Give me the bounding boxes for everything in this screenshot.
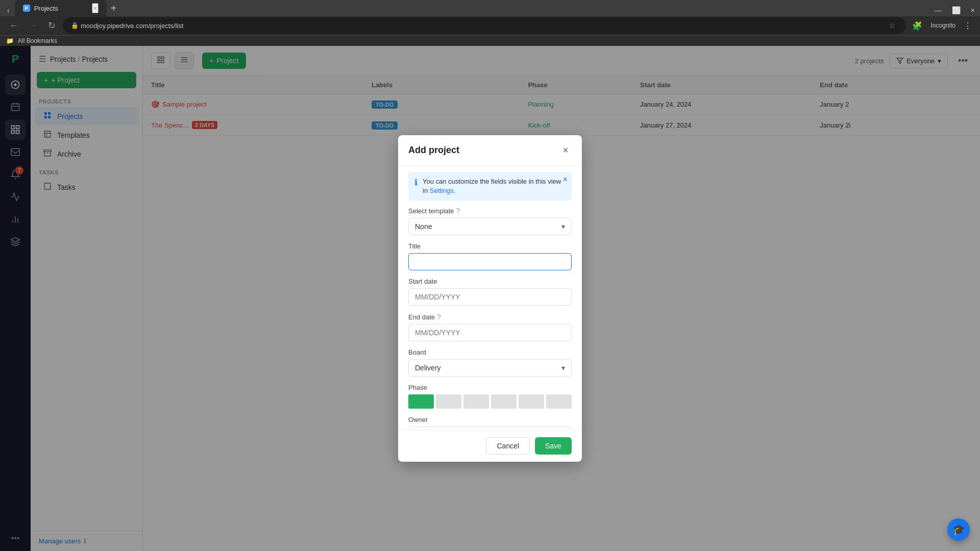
title-field: Title — [408, 242, 572, 270]
board-select[interactable]: Delivery ▾ — [408, 359, 572, 377]
info-banner-close-btn[interactable]: × — [563, 175, 568, 184]
modal-close-btn[interactable]: × — [559, 143, 572, 157]
bookmark-star-btn[interactable]: ☆ — [887, 20, 898, 31]
phase-step-1[interactable] — [408, 394, 434, 409]
tab-title: Projects — [34, 5, 58, 12]
add-project-modal: Add project × ℹ You can customize the fi… — [398, 135, 582, 462]
phase-bar — [408, 394, 572, 409]
back-btn[interactable]: ← — [6, 18, 21, 33]
bookmarks-bar: 📁 All Bookmarks — [0, 35, 980, 46]
end-date-input[interactable] — [408, 324, 572, 341]
browser-action-buttons: 🧩 Incognito ⋮ — [910, 19, 974, 33]
phase-step-2[interactable] — [436, 394, 461, 409]
phase-step-6[interactable] — [546, 394, 572, 409]
template-select-value: None — [415, 222, 432, 231]
url-bar[interactable]: 🔒 moodjoy.pipedrive.com/projects/list ☆ — [63, 17, 906, 34]
help-fab-button[interactable]: 🎓 — [947, 518, 970, 541]
phase-step-5[interactable] — [519, 394, 544, 409]
refresh-btn[interactable]: ↻ — [45, 18, 59, 33]
start-date-input[interactable] — [408, 288, 572, 306]
title-label: Title — [408, 242, 572, 250]
tab-favicon: P — [23, 5, 30, 12]
modal-overlay: Add project × ℹ You can customize the fi… — [0, 46, 980, 551]
end-date-label: End date ? — [408, 313, 572, 321]
template-select-arrow: ▾ — [561, 222, 565, 231]
bookmarks-label[interactable]: All Bookmarks — [18, 37, 57, 44]
new-tab-btn[interactable]: + — [107, 1, 121, 16]
start-date-label: Start date — [408, 278, 572, 285]
end-date-field: End date ? — [408, 313, 572, 341]
active-tab[interactable]: P Projects × — [15, 0, 107, 16]
info-text-after: . — [454, 187, 456, 194]
phase-step-3[interactable] — [463, 394, 489, 409]
modal-footer: Cancel Save — [398, 430, 582, 462]
cancel-button[interactable]: Cancel — [486, 437, 530, 455]
template-field: Select template ? None ▾ — [408, 207, 572, 235]
title-input[interactable] — [408, 253, 572, 270]
info-text: You can customize the fields visible in … — [423, 177, 566, 195]
settings-link[interactable]: Settings — [430, 187, 454, 194]
start-date-field: Start date — [408, 278, 572, 306]
end-date-help-icon[interactable]: ? — [437, 313, 441, 321]
forward-btn[interactable]: → — [26, 18, 41, 33]
phase-label: Phase — [408, 384, 572, 391]
bookmarks-icon: 📁 — [6, 37, 14, 44]
url-actions: ☆ — [887, 20, 898, 31]
browser-menu-btn[interactable]: ⋮ — [962, 19, 974, 33]
board-select-value: Delivery — [415, 364, 441, 372]
phase-field: Phase — [408, 384, 572, 409]
browser-chrome: ‹ P Projects × + — ⬜ × ← → ↻ 🔒 moodjoy.p… — [0, 0, 980, 46]
info-icon: ℹ — [414, 178, 418, 187]
modal-body: ℹ You can customize the fields visible i… — [398, 166, 582, 430]
address-bar: ← → ↻ 🔒 moodjoy.pipedrive.com/projects/l… — [0, 16, 980, 35]
template-select[interactable]: None ▾ — [408, 218, 572, 235]
phase-step-4[interactable] — [491, 394, 517, 409]
url-lock-icon: 🔒 — [71, 22, 79, 29]
template-label: Select template ? — [408, 207, 572, 215]
minimize-btn[interactable]: — — [929, 4, 947, 16]
modal-header: Add project × — [398, 135, 582, 166]
tab-prev-btn[interactable]: ‹ — [4, 4, 13, 16]
window-close-btn[interactable]: × — [966, 4, 980, 16]
tab-close-btn[interactable]: × — [92, 3, 98, 13]
owner-label: Owner — [408, 416, 572, 423]
extensions-btn[interactable]: 🧩 — [910, 19, 924, 33]
modal-title: Add project — [408, 145, 459, 156]
maximize-btn[interactable]: ⬜ — [947, 4, 966, 16]
profile-display-btn[interactable]: Incognito — [928, 20, 958, 31]
info-banner: ℹ You can customize the fields visible i… — [408, 172, 572, 201]
template-help-icon[interactable]: ? — [456, 207, 460, 215]
window-controls: — ⬜ × — [929, 4, 980, 16]
url-text: moodjoy.pipedrive.com/projects/list — [81, 22, 887, 30]
owner-field: Owner Sarah Tyler (You) ▾ — [408, 416, 572, 430]
board-select-arrow: ▾ — [561, 364, 565, 372]
board-label: Board — [408, 348, 572, 356]
save-button[interactable]: Save — [535, 437, 572, 455]
board-field: Board Delivery ▾ — [408, 348, 572, 377]
